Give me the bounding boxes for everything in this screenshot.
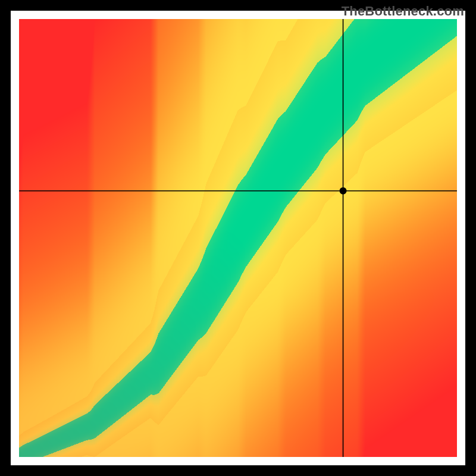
bottleneck-heatmap (0, 0, 476, 476)
watermark-label: TheBottleneck.com (342, 4, 464, 19)
